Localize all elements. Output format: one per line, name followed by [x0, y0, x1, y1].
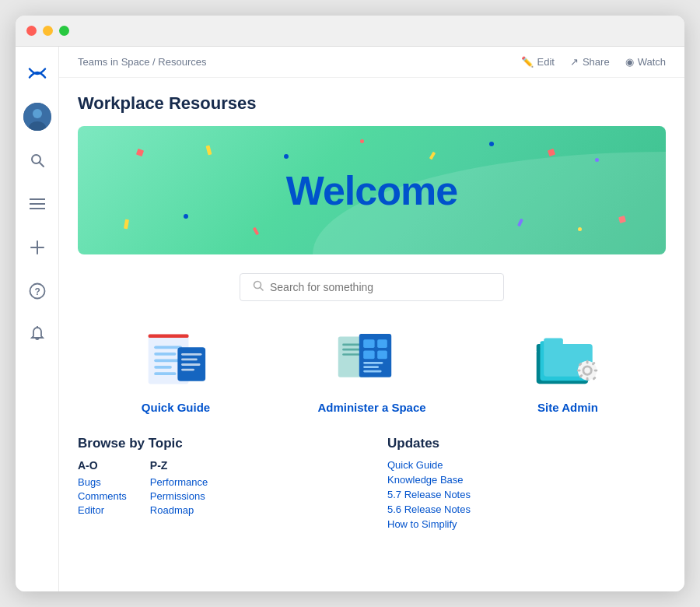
update-link-knowledge-base[interactable]: Knowledge Base — [387, 474, 666, 486]
svg-line-4 — [40, 163, 44, 167]
svg-rect-21 — [154, 372, 176, 375]
quick-guide-label: Quick Guide — [142, 401, 210, 414]
svg-rect-38 — [363, 370, 381, 373]
quick-guide-card[interactable]: Quick Guide — [106, 323, 246, 414]
close-dot[interactable] — [26, 26, 37, 36]
browse-link-comments[interactable]: Comments — [78, 490, 127, 502]
welcome-text: Welcome — [286, 167, 457, 214]
share-button[interactable]: ↗ Share — [570, 56, 610, 68]
svg-rect-16 — [149, 334, 189, 338]
page-area: Workplace Resourses — [59, 78, 684, 549]
sidebar-notification-icon[interactable] — [23, 321, 51, 349]
cards-row: Quick Guide — [78, 323, 666, 414]
browse-col-pz-heading: P-Z — [150, 459, 208, 472]
svg-rect-51 — [594, 370, 598, 372]
browse-title: Browse by Topic — [78, 436, 356, 451]
sidebar: ? — [16, 47, 59, 591]
update-link-57-release[interactable]: 5.7 Release Notes — [387, 489, 666, 500]
share-icon: ↗ — [570, 56, 579, 68]
svg-rect-17 — [154, 346, 182, 349]
search-magnifier-icon — [253, 280, 264, 294]
minimize-dot[interactable] — [43, 26, 53, 36]
sidebar-menu-icon[interactable] — [23, 190, 51, 218]
svg-rect-20 — [154, 366, 172, 369]
search-bar[interactable] — [240, 273, 504, 301]
top-actions: ✏️ Edit ↗ Share ◉ Watch — [521, 56, 666, 68]
svg-rect-24 — [181, 358, 198, 360]
svg-rect-50 — [577, 370, 581, 372]
svg-rect-23 — [181, 353, 201, 356]
user-avatar[interactable] — [23, 103, 51, 131]
administer-space-card[interactable]: Administer a Space — [302, 323, 442, 414]
updates-title: Updates — [387, 436, 666, 451]
svg-rect-32 — [363, 339, 374, 348]
browser-body: ? Teams in Space / Resources ✏️ — [16, 47, 684, 591]
svg-rect-37 — [363, 366, 379, 368]
svg-point-1 — [33, 109, 42, 118]
svg-rect-44 — [544, 338, 563, 346]
browse-link-editor[interactable]: Editor — [78, 504, 127, 516]
sidebar-search-icon[interactable] — [23, 146, 51, 174]
svg-rect-26 — [181, 369, 194, 371]
search-bar-container — [78, 273, 666, 301]
maximize-dot[interactable] — [59, 26, 69, 36]
svg-rect-19 — [154, 359, 179, 362]
edit-button[interactable]: ✏️ Edit — [521, 56, 555, 68]
watch-button[interactable]: ◉ Watch — [625, 56, 666, 68]
svg-point-47 — [584, 367, 590, 374]
welcome-banner: Welcome — [78, 126, 666, 254]
update-link-simplify[interactable]: How to Simplify — [387, 518, 666, 530]
search-input[interactable] — [270, 281, 491, 293]
page-title: Workplace Resourses — [78, 93, 666, 114]
title-bar — [16, 16, 684, 47]
browse-columns: A-O Bugs Comments Editor P-Z Performance… — [78, 459, 356, 518]
browse-link-permissions[interactable]: Permissions — [150, 490, 208, 502]
browse-col-ao-heading: A-O — [78, 459, 127, 472]
quick-guide-icon — [137, 323, 215, 393]
edit-icon: ✏️ — [521, 56, 534, 68]
administer-icon — [333, 323, 411, 393]
browse-link-bugs[interactable]: Bugs — [78, 476, 127, 488]
svg-rect-29 — [342, 349, 362, 351]
svg-rect-35 — [377, 351, 387, 360]
watch-icon: ◉ — [625, 56, 634, 68]
browse-col-ao: A-O Bugs Comments Editor — [78, 459, 127, 518]
browse-col-pz: P-Z Performance Permissions Roadmap — [150, 459, 208, 518]
main-content: Teams in Space / Resources ✏️ Edit ↗ Sha… — [59, 47, 684, 591]
breadcrumb: Teams in Space / Resources — [78, 56, 206, 68]
browse-link-roadmap[interactable]: Roadmap — [150, 504, 208, 516]
svg-rect-49 — [586, 377, 589, 381]
svg-rect-34 — [363, 351, 374, 360]
site-admin-icon — [529, 323, 607, 393]
update-link-quick-guide[interactable]: Quick Guide — [387, 459, 666, 471]
browse-block: Browse by Topic A-O Bugs Comments Editor… — [78, 436, 356, 533]
update-link-56-release[interactable]: 5.6 Release Notes — [387, 503, 666, 515]
svg-rect-36 — [363, 362, 383, 364]
site-admin-label: Site Admin — [537, 401, 598, 414]
sidebar-help-icon[interactable]: ? — [23, 277, 51, 305]
site-admin-card[interactable]: Site Admin — [498, 323, 638, 414]
browse-section: Browse by Topic A-O Bugs Comments Editor… — [78, 436, 666, 533]
top-bar: Teams in Space / Resources ✏️ Edit ↗ Sha… — [59, 47, 684, 78]
svg-rect-33 — [377, 339, 387, 348]
administer-label: Administer a Space — [317, 401, 425, 414]
svg-line-14 — [261, 288, 264, 291]
svg-rect-18 — [154, 353, 176, 356]
svg-rect-25 — [181, 363, 200, 366]
svg-rect-48 — [586, 360, 589, 364]
browser-window: ? Teams in Space / Resources ✏️ — [16, 16, 684, 591]
sidebar-create-icon[interactable] — [23, 233, 51, 261]
svg-text:?: ? — [34, 286, 40, 297]
confluence-logo-icon[interactable] — [23, 59, 51, 87]
browse-link-performance[interactable]: Performance — [150, 476, 208, 488]
updates-block: Updates Quick Guide Knowledge Base 5.7 R… — [387, 436, 666, 533]
